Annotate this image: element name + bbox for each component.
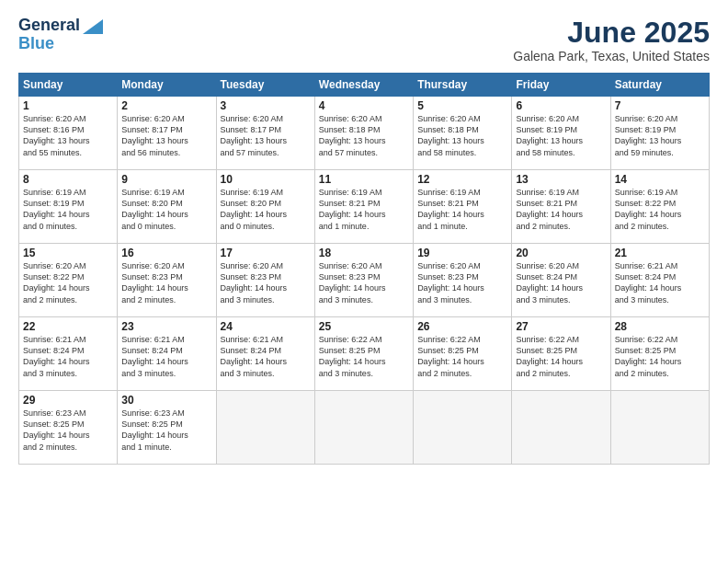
- day-number: 20: [516, 247, 606, 259]
- calendar-cell: 27 Sunrise: 6:22 AMSunset: 8:25 PMDaylig…: [512, 317, 610, 391]
- calendar-cell: 12 Sunrise: 6:19 AMSunset: 8:21 PMDaylig…: [414, 170, 512, 244]
- day-number: 6: [516, 99, 606, 112]
- calendar-week-row: 8 Sunrise: 6:19 AMSunset: 8:19 PMDayligh…: [19, 170, 710, 244]
- day-number: 9: [121, 173, 211, 186]
- day-number: 28: [615, 320, 705, 333]
- cell-info: Sunrise: 6:19 AMSunset: 8:19 PMDaylight:…: [23, 187, 113, 232]
- calendar-cell: 8 Sunrise: 6:19 AMSunset: 8:19 PMDayligh…: [19, 170, 118, 244]
- calendar-cell: 15 Sunrise: 6:20 AMSunset: 8:22 PMDaylig…: [19, 244, 118, 317]
- col-saturday: Saturday: [610, 74, 709, 97]
- day-number: 26: [417, 320, 507, 333]
- col-tuesday: Tuesday: [216, 74, 314, 97]
- cell-info: Sunrise: 6:22 AMSunset: 8:25 PMDaylight:…: [615, 334, 705, 379]
- calendar-header-row: Sunday Monday Tuesday Wednesday Thursday…: [19, 74, 710, 97]
- day-number: 21: [615, 247, 705, 259]
- day-number: 13: [516, 173, 606, 186]
- calendar-cell: 25 Sunrise: 6:22 AMSunset: 8:25 PMDaylig…: [314, 317, 413, 391]
- logo-general: General: [18, 17, 80, 35]
- day-number: 15: [23, 247, 113, 259]
- day-number: 29: [23, 394, 113, 407]
- cell-info: Sunrise: 6:21 AMSunset: 8:24 PMDaylight:…: [23, 334, 113, 379]
- calendar-cell: 2 Sunrise: 6:20 AMSunset: 8:17 PMDayligh…: [118, 97, 216, 170]
- svg-marker-0: [83, 19, 103, 34]
- cell-info: Sunrise: 6:20 AMSunset: 8:17 PMDaylight:…: [221, 113, 311, 158]
- cell-info: Sunrise: 6:20 AMSunset: 8:18 PMDaylight:…: [417, 113, 507, 158]
- logo-blue: Blue: [18, 35, 54, 53]
- cell-info: Sunrise: 6:20 AMSunset: 8:16 PMDaylight:…: [23, 113, 113, 158]
- day-number: 5: [417, 99, 507, 112]
- calendar-cell: [610, 391, 709, 465]
- location: Galena Park, Texas, United States: [513, 49, 710, 63]
- cell-info: Sunrise: 6:20 AMSunset: 8:17 PMDaylight:…: [121, 113, 211, 158]
- day-number: 2: [121, 99, 211, 112]
- month-title: June 2025: [513, 17, 710, 49]
- cell-info: Sunrise: 6:20 AMSunset: 8:23 PMDaylight:…: [417, 260, 507, 305]
- cell-info: Sunrise: 6:23 AMSunset: 8:25 PMDaylight:…: [23, 408, 113, 453]
- cell-info: Sunrise: 6:20 AMSunset: 8:22 PMDaylight:…: [23, 260, 113, 305]
- day-number: 8: [23, 173, 113, 186]
- logo-icon: [83, 19, 103, 34]
- day-number: 7: [615, 99, 705, 112]
- day-number: 23: [121, 320, 211, 333]
- logo: General Blue: [18, 17, 103, 53]
- day-number: 27: [516, 320, 606, 333]
- calendar-cell: 16 Sunrise: 6:20 AMSunset: 8:23 PMDaylig…: [118, 244, 216, 317]
- calendar-cell: [512, 391, 610, 465]
- cell-info: Sunrise: 6:19 AMSunset: 8:21 PMDaylight:…: [319, 187, 409, 232]
- calendar-cell: 24 Sunrise: 6:21 AMSunset: 8:24 PMDaylig…: [216, 317, 314, 391]
- calendar-cell: 22 Sunrise: 6:21 AMSunset: 8:24 PMDaylig…: [19, 317, 118, 391]
- calendar-cell: 5 Sunrise: 6:20 AMSunset: 8:18 PMDayligh…: [414, 97, 512, 170]
- cell-info: Sunrise: 6:20 AMSunset: 8:23 PMDaylight:…: [221, 260, 311, 305]
- calendar-cell: 13 Sunrise: 6:19 AMSunset: 8:21 PMDaylig…: [512, 170, 610, 244]
- col-sunday: Sunday: [19, 74, 118, 97]
- cell-info: Sunrise: 6:20 AMSunset: 8:19 PMDaylight:…: [615, 113, 705, 158]
- calendar-cell: 11 Sunrise: 6:19 AMSunset: 8:21 PMDaylig…: [314, 170, 413, 244]
- calendar-cell: 19 Sunrise: 6:20 AMSunset: 8:23 PMDaylig…: [414, 244, 512, 317]
- cell-info: Sunrise: 6:22 AMSunset: 8:25 PMDaylight:…: [319, 334, 409, 379]
- col-monday: Monday: [118, 74, 216, 97]
- calendar-table: Sunday Monday Tuesday Wednesday Thursday…: [18, 73, 710, 465]
- calendar-cell: 7 Sunrise: 6:20 AMSunset: 8:19 PMDayligh…: [610, 97, 709, 170]
- cell-info: Sunrise: 6:23 AMSunset: 8:25 PMDaylight:…: [121, 408, 211, 453]
- calendar-cell: 18 Sunrise: 6:20 AMSunset: 8:23 PMDaylig…: [314, 244, 413, 317]
- calendar-cell: 14 Sunrise: 6:19 AMSunset: 8:22 PMDaylig…: [610, 170, 709, 244]
- cell-info: Sunrise: 6:19 AMSunset: 8:20 PMDaylight:…: [121, 187, 211, 232]
- cell-info: Sunrise: 6:21 AMSunset: 8:24 PMDaylight:…: [121, 334, 211, 379]
- calendar-cell: 10 Sunrise: 6:19 AMSunset: 8:20 PMDaylig…: [216, 170, 314, 244]
- calendar-week-row: 22 Sunrise: 6:21 AMSunset: 8:24 PMDaylig…: [19, 317, 710, 391]
- calendar-cell: 23 Sunrise: 6:21 AMSunset: 8:24 PMDaylig…: [118, 317, 216, 391]
- day-number: 24: [221, 320, 311, 333]
- calendar-cell: 3 Sunrise: 6:20 AMSunset: 8:17 PMDayligh…: [216, 97, 314, 170]
- cell-info: Sunrise: 6:20 AMSunset: 8:23 PMDaylight:…: [319, 260, 409, 305]
- cell-info: Sunrise: 6:22 AMSunset: 8:25 PMDaylight:…: [516, 334, 606, 379]
- day-number: 16: [121, 247, 211, 259]
- day-number: 19: [417, 247, 507, 259]
- page: General Blue June 2025 Galena Park, Texa…: [0, 0, 728, 563]
- title-block: June 2025 Galena Park, Texas, United Sta…: [513, 17, 710, 63]
- day-number: 10: [221, 173, 311, 186]
- calendar-cell: 17 Sunrise: 6:20 AMSunset: 8:23 PMDaylig…: [216, 244, 314, 317]
- cell-info: Sunrise: 6:20 AMSunset: 8:19 PMDaylight:…: [516, 113, 606, 158]
- calendar-cell: 26 Sunrise: 6:22 AMSunset: 8:25 PMDaylig…: [414, 317, 512, 391]
- calendar-week-row: 1 Sunrise: 6:20 AMSunset: 8:16 PMDayligh…: [19, 97, 710, 170]
- calendar-cell: 28 Sunrise: 6:22 AMSunset: 8:25 PMDaylig…: [610, 317, 709, 391]
- calendar-cell: 9 Sunrise: 6:19 AMSunset: 8:20 PMDayligh…: [118, 170, 216, 244]
- day-number: 4: [319, 99, 409, 112]
- calendar-cell: 1 Sunrise: 6:20 AMSunset: 8:16 PMDayligh…: [19, 97, 118, 170]
- cell-info: Sunrise: 6:19 AMSunset: 8:20 PMDaylight:…: [221, 187, 311, 232]
- col-thursday: Thursday: [414, 74, 512, 97]
- day-number: 22: [23, 320, 113, 333]
- day-number: 18: [319, 247, 409, 259]
- cell-info: Sunrise: 6:19 AMSunset: 8:21 PMDaylight:…: [516, 187, 606, 232]
- cell-info: Sunrise: 6:21 AMSunset: 8:24 PMDaylight:…: [221, 334, 311, 379]
- calendar-cell: [314, 391, 413, 465]
- cell-info: Sunrise: 6:21 AMSunset: 8:24 PMDaylight:…: [615, 260, 705, 305]
- col-wednesday: Wednesday: [314, 74, 413, 97]
- cell-info: Sunrise: 6:19 AMSunset: 8:21 PMDaylight:…: [417, 187, 507, 232]
- day-number: 1: [23, 99, 113, 112]
- calendar-cell: 20 Sunrise: 6:20 AMSunset: 8:24 PMDaylig…: [512, 244, 610, 317]
- calendar-cell: [414, 391, 512, 465]
- cell-info: Sunrise: 6:20 AMSunset: 8:23 PMDaylight:…: [121, 260, 211, 305]
- calendar-cell: 29 Sunrise: 6:23 AMSunset: 8:25 PMDaylig…: [19, 391, 118, 465]
- cell-info: Sunrise: 6:22 AMSunset: 8:25 PMDaylight:…: [417, 334, 507, 379]
